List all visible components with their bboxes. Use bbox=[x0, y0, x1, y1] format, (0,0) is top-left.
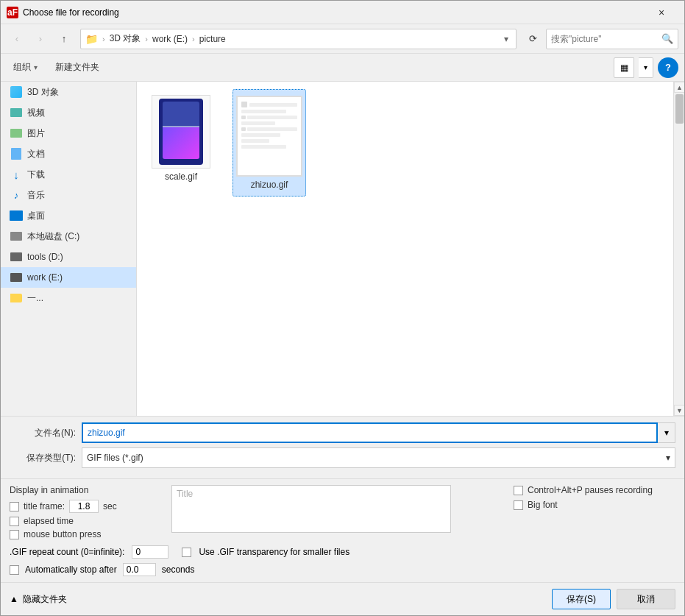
help-button[interactable]: ? bbox=[658, 57, 678, 78]
hidden-files-label: 隐藏文件夹 bbox=[23, 593, 67, 606]
file-item-scale[interactable]: scale.gif bbox=[144, 89, 218, 197]
file-item-zhizuo[interactable]: zhizuo.gif bbox=[233, 89, 306, 197]
sidebar: 3D 对象 视频 图片 bbox=[1, 82, 136, 416]
filename-dropdown[interactable]: ▾ bbox=[658, 422, 675, 443]
sidebar-item-more[interactable]: 一... bbox=[1, 288, 136, 308]
view-button[interactable]: ▦ bbox=[614, 57, 634, 78]
actions-bar: 组织 ▾ 新建文件夹 ▦ ▾ ? bbox=[1, 54, 684, 82]
mouse-press-checkbox[interactable] bbox=[10, 530, 19, 539]
video-icon bbox=[10, 107, 23, 118]
breadcrumb-folder-icon: 📁 bbox=[85, 33, 98, 45]
content-scrollbar[interactable]: ▲ ▼ bbox=[673, 82, 684, 416]
scroll-up-button[interactable]: ▲ bbox=[674, 82, 684, 93]
breadcrumb-dropdown[interactable]: ▾ bbox=[501, 34, 511, 44]
scroll-down-button[interactable]: ▼ bbox=[674, 405, 684, 416]
hidden-files-area: ▲ 隐藏文件夹 bbox=[10, 593, 546, 606]
options-right-checkboxes: Control+Alt+P pauses recording Big font bbox=[514, 485, 675, 510]
search-icon[interactable]: 🔍 bbox=[661, 33, 673, 44]
tools-disk-icon bbox=[10, 252, 23, 262]
music-icon: ♪ bbox=[10, 190, 23, 200]
auto-stop-input[interactable] bbox=[123, 563, 156, 576]
display-animation-title: Display in animation bbox=[10, 485, 157, 495]
filetype-select[interactable]: GIF files (*.gif) ▾ bbox=[82, 447, 675, 468]
pictures-icon bbox=[10, 128, 23, 138]
forward-button[interactable]: › bbox=[30, 29, 51, 49]
big-font-checkbox[interactable] bbox=[514, 500, 523, 510]
refresh-button[interactable]: ⟳ bbox=[522, 29, 543, 49]
sidebar-item-tools[interactable]: tools (D:) bbox=[1, 247, 136, 267]
sidebar-item-local-disk[interactable]: 本地磁盘 (C:) bbox=[1, 226, 136, 247]
gif-transparency-label: Use .GIF transparency for smaller files bbox=[199, 547, 349, 557]
breadcrumb-drive[interactable]: work (E:) bbox=[149, 32, 191, 46]
save-button[interactable]: 保存(S) bbox=[552, 589, 611, 609]
breadcrumb-bar: 📁 › 3D 对象 › work (E:) › picture ▾ bbox=[80, 29, 517, 49]
sidebar-item-downloads[interactable]: ↓ 下载 bbox=[1, 164, 136, 185]
filetype-label: 保存类型(T): bbox=[10, 452, 76, 464]
close-button[interactable]: × bbox=[645, 1, 678, 24]
option-title-frame: title frame: sec bbox=[10, 500, 157, 513]
file-list: scale.gif bbox=[137, 82, 673, 416]
back-button[interactable]: ‹ bbox=[7, 29, 27, 49]
sidebar-item-pictures[interactable]: 图片 bbox=[1, 123, 136, 144]
option-big-font: Big font bbox=[514, 500, 675, 510]
app-icon: aF bbox=[7, 7, 18, 18]
gif-options-row: .GIF repeat count (0=infinite): Use .GIF… bbox=[10, 545, 675, 559]
search-bar: 🔍 bbox=[546, 29, 678, 49]
main-area: 3D 对象 视频 图片 bbox=[1, 82, 684, 416]
options-row: Display in animation title frame: sec el… bbox=[10, 485, 675, 539]
3d-icon bbox=[10, 87, 23, 97]
file-name-scale: scale.gif bbox=[165, 171, 197, 182]
file-thumbnail-scale bbox=[152, 95, 210, 169]
sidebar-container: 3D 对象 视频 图片 bbox=[1, 82, 137, 416]
work-disk-icon bbox=[10, 272, 23, 283]
gif-repeat-label: .GIF repeat count (0=infinite): bbox=[10, 547, 124, 557]
scroll-thumb[interactable] bbox=[675, 94, 684, 124]
content-wrapper: scale.gif bbox=[137, 82, 684, 416]
breadcrumb-this-pc[interactable]: 3D 对象 bbox=[107, 31, 144, 46]
breadcrumb-folder[interactable]: picture bbox=[196, 32, 229, 46]
filetype-arrow-icon: ▾ bbox=[666, 453, 670, 463]
sidebar-item-documents[interactable]: 文档 bbox=[1, 144, 136, 164]
file-input-area: 文件名(N): ▾ 保存类型(T): GIF files (*.gif) ▾ bbox=[1, 416, 684, 478]
view-arrow-button[interactable]: ▾ bbox=[639, 57, 653, 78]
sidebar-item-work[interactable]: work (E:) bbox=[1, 267, 136, 288]
sidebar-item-music[interactable]: ♪ 音乐 bbox=[1, 185, 136, 205]
sidebar-item-video[interactable]: 视频 bbox=[1, 102, 136, 123]
desktop-icon bbox=[10, 210, 23, 221]
gif-repeat-input[interactable] bbox=[132, 545, 168, 559]
auto-stop-row: Automatically stop after seconds bbox=[10, 563, 675, 576]
gif-transparency-checkbox[interactable] bbox=[182, 548, 191, 557]
options-title-area: Title bbox=[166, 485, 505, 533]
control-pause-checkbox[interactable] bbox=[514, 486, 523, 495]
filename-label: 文件名(N): bbox=[10, 427, 76, 439]
auto-stop-checkbox[interactable] bbox=[10, 565, 19, 575]
options-panel: Display in animation title frame: sec el… bbox=[1, 478, 684, 582]
chevron-up-icon: ▲ bbox=[10, 594, 18, 604]
search-input[interactable] bbox=[551, 34, 661, 44]
folder-icon bbox=[10, 293, 23, 303]
window-title: Choose file for recording bbox=[23, 7, 645, 18]
sidebar-item-3d[interactable]: 3D 对象 bbox=[1, 82, 136, 102]
title-frame-checkbox[interactable] bbox=[10, 502, 19, 511]
nav-toolbar: ‹ › ↑ 📁 › 3D 对象 › work (E:) › picture ▾ … bbox=[1, 24, 684, 54]
up-button[interactable]: ↑ bbox=[54, 29, 74, 49]
cancel-button[interactable]: 取消 bbox=[617, 589, 675, 609]
documents-icon bbox=[10, 149, 23, 159]
new-folder-button[interactable]: 新建文件夹 bbox=[49, 57, 106, 78]
file-name-zhizuo: zhizuo.gif bbox=[251, 180, 288, 190]
title-bar: aF Choose file for recording × bbox=[1, 1, 684, 24]
elapsed-time-checkbox[interactable] bbox=[10, 517, 19, 526]
title-frame-input[interactable] bbox=[69, 500, 99, 513]
organize-arrow-icon: ▾ bbox=[34, 63, 38, 71]
title-textarea[interactable]: Title bbox=[171, 485, 451, 533]
options-checkboxes: Display in animation title frame: sec el… bbox=[10, 485, 157, 539]
downloads-icon: ↓ bbox=[10, 169, 23, 180]
option-mouse-press: mouse button press bbox=[10, 529, 157, 539]
file-thumbnail-zhizuo bbox=[236, 96, 302, 177]
dialog-window: aF Choose file for recording × ‹ › ↑ 📁 ›… bbox=[0, 0, 685, 616]
organize-button[interactable]: 组织 ▾ bbox=[7, 57, 44, 78]
auto-stop-label: Automatically stop after bbox=[25, 564, 117, 575]
sidebar-item-desktop[interactable]: 桌面 bbox=[1, 205, 136, 226]
filename-input[interactable] bbox=[82, 422, 658, 443]
auto-stop-unit: seconds bbox=[162, 564, 195, 575]
